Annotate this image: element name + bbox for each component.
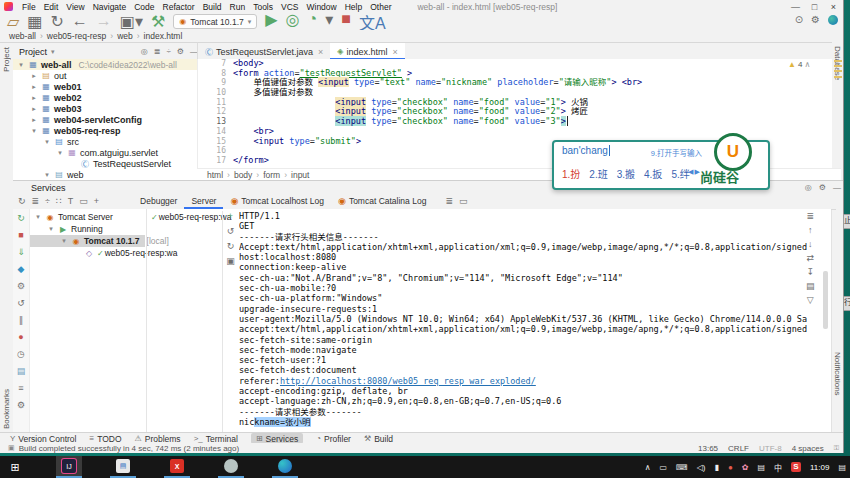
module-dd-icon[interactable]: ▣▾ — [120, 12, 143, 31]
project-tree-item-web05-req-resp[interactable]: ▾▦web05-req-resp — [13, 125, 197, 136]
taskbar-app-intellij-idea[interactable]: IJ — [56, 456, 82, 478]
log-scrollbar[interactable] — [823, 271, 828, 329]
editor-breadcrumb-input[interactable]: input — [291, 170, 309, 180]
services-tree-item-Tomcat 10.1.7[interactable]: ▾◉Tomcat 10.1.7[local] — [30, 235, 145, 247]
taskbar-app-gray[interactable] — [218, 456, 244, 478]
hide-icon[interactable]: — — [833, 183, 841, 192]
file-encoding[interactable]: UTF-8 — [759, 444, 782, 453]
caret-position[interactable]: 13:65 — [698, 444, 718, 453]
avatar[interactable] — [828, 15, 838, 25]
soft-menu-icon[interactable]: ≣ — [806, 211, 814, 221]
services-tree-item-Running[interactable]: ▾▶Running — [30, 223, 145, 235]
ime-candidate-4[interactable]: 4.扳 — [644, 166, 662, 181]
menu-build[interactable]: Build — [203, 2, 222, 12]
server-log-output[interactable]: HTTP/1.1GET-------请求行头相关信息-------Accept:… — [239, 211, 807, 430]
log-link[interactable]: http://localhost:8080/web05_req_resp_war… — [280, 376, 536, 386]
ime-candidate-3[interactable]: 3.搬 — [617, 166, 635, 181]
blue-diamond-icon[interactable]: ◆ — [18, 264, 25, 274]
project-tree-item-web[interactable]: ▾▤web — [13, 169, 197, 180]
services-tab-Tomcat Localhost Log[interactable]: ◉Tomcat Localhost Log — [223, 193, 331, 209]
redo-circ-icon[interactable]: ↻ — [227, 241, 235, 251]
project-header-title[interactable]: Project — [19, 47, 47, 57]
pause-icon[interactable]: ∥ — [19, 315, 24, 325]
project-tree-item-web03[interactable]: ▸▦web03 — [13, 103, 197, 114]
back-icon[interactable]: ← — [72, 12, 88, 31]
breadcrumb-web[interactable]: web — [117, 31, 133, 41]
green-down-icon[interactable]: ⇓ — [17, 247, 25, 257]
close-button[interactable]: × — [824, 2, 843, 12]
tray-keyboard-icon[interactable]: ⌨ — [676, 463, 688, 472]
close-icon[interactable]: × — [393, 47, 398, 57]
tray-status-dot-icon[interactable]: ● — [728, 463, 733, 472]
add-icon[interactable]: + — [94, 196, 99, 206]
search-icon[interactable]: ⊙ — [795, 15, 803, 25]
rerun-green-icon[interactable]: ↻ — [17, 213, 25, 223]
up-icon[interactable]: ↑ — [808, 225, 813, 235]
services-tree-item-Tomcat Server[interactable]: ▾◉Tomcat Server — [30, 211, 145, 223]
close-icon[interactable]: × — [318, 47, 323, 57]
editor-breadcrumb-form[interactable]: form — [263, 170, 280, 180]
menu-refactor[interactable]: Refactor — [163, 2, 195, 12]
deployment-web05-req-resp:wa[interactable]: ✓web05-req-resp:wa — [147, 211, 222, 223]
preview-icon[interactable]: ▭ — [459, 196, 468, 206]
breadcrumb-web05-req-resp[interactable]: web05-req-resp — [47, 31, 107, 41]
sync-icon[interactable]: ↻ — [18, 196, 26, 206]
wrap-icon[interactable]: ⇄ — [806, 253, 814, 263]
line-ending[interactable]: CRLF — [728, 444, 749, 453]
tab-TestReqeustServlet.java[interactable]: ⒸTestReqeustServlet.java× — [198, 43, 330, 60]
project-tree-item-web02[interactable]: ▸▦web02 — [13, 92, 197, 103]
collapse-all-icon[interactable]: ÷ — [45, 196, 50, 206]
clock[interactable]: 11:09 — [810, 463, 829, 472]
ime-page-arrows[interactable]: ◀▶ — [688, 168, 701, 176]
sync-icon[interactable]: ↻ — [50, 12, 63, 31]
menu-file[interactable]: File — [22, 2, 36, 12]
stop-red-icon[interactable]: ■ — [18, 230, 23, 240]
services-tree-item-web05-req-resp:wa[interactable]: ◇✓web05-req-resp:wa — [30, 247, 145, 259]
breadcrumb-index.html[interactable]: index.html — [144, 31, 183, 41]
maximize-button[interactable]: □ — [805, 2, 824, 12]
menu-view[interactable]: View — [66, 2, 84, 12]
taskbar-app-edge[interactable] — [272, 456, 298, 478]
editor-breadcrumb-html[interactable]: html — [207, 170, 223, 180]
project-tree-item-com.atguigu.servlet[interactable]: ▾▦com.atguigu.servlet — [13, 147, 197, 158]
tray-sogou-icon[interactable]: S — [791, 462, 801, 472]
save-icon[interactable]: ▦ — [27, 12, 42, 31]
ime-pinyin-input[interactable]: ban'chang — [562, 145, 610, 156]
ime-candidate-2[interactable]: 2.班 — [589, 166, 607, 181]
exit-red-icon[interactable]: ● — [18, 332, 23, 342]
ime-handwriting-hint[interactable]: 9.打开手写输入 — [651, 147, 702, 158]
tool-stripe-bookmarks[interactable]: Bookmarks — [2, 389, 11, 429]
trash-icon[interactable]: ▽ — [807, 295, 814, 305]
project-tree-item-out[interactable]: ▸▤out — [13, 70, 197, 81]
preview-icon[interactable]: ▭ — [79, 196, 88, 206]
notification-center-icon[interactable]: ▤ — [838, 463, 846, 472]
project-tree-item-src[interactable]: ▾▤src — [13, 136, 197, 147]
deploy-plus-icon[interactable]: + — [228, 211, 233, 221]
down-icon[interactable]: ↓ — [808, 239, 813, 249]
tray-volume-icon[interactable]: ◁) — [697, 463, 706, 472]
start-button[interactable]: ⊞ — [0, 461, 30, 474]
services-tab-Server[interactable]: Server — [184, 193, 223, 209]
project-tree-item-TestReqeustServlet[interactable]: ⒸTestReqeustServlet — [13, 158, 197, 169]
expand-all-icon[interactable]: ≣ — [154, 47, 161, 56]
tray-display-icon[interactable]: ▭ — [660, 463, 668, 472]
menu-code[interactable]: Code — [134, 2, 154, 12]
tab-index.html[interactable]: ◈index.html× — [330, 43, 404, 60]
status-message[interactable]: Build completed successfully in 4 sec, 7… — [19, 444, 240, 453]
settings-icon[interactable]: ⚙ — [819, 183, 826, 192]
open-folder-icon[interactable]: ▱ — [7, 12, 19, 31]
services-tab-Debugger[interactable]: Debugger — [133, 193, 184, 209]
expand-all-icon[interactable]: ≣ — [32, 196, 40, 206]
tray-flower-icon[interactable]: ✿ — [742, 463, 749, 472]
print-icon[interactable]: ▤ — [806, 281, 815, 291]
locate-icon[interactable]: ◎ — [805, 183, 812, 192]
menu-navigate[interactable]: Navigate — [93, 2, 127, 12]
undo-circ-icon[interactable]: ↺ — [227, 226, 235, 236]
undo-circ-icon[interactable]: ↺ — [17, 298, 25, 308]
services-tab-Tomcat Catalina Log[interactable]: ◉Tomcat Catalina Log — [331, 193, 433, 209]
project-tree-item-web04-servletConfig[interactable]: ▸▦web04-servletConfig — [13, 114, 197, 125]
tray-chevron-icon[interactable]: ∧ — [645, 463, 651, 472]
project-tree-item-web-all[interactable]: ▾▦web-allC:\code4idea2022\web-all — [13, 59, 197, 70]
filter-t-icon[interactable]: T — [68, 196, 74, 206]
editor-breadcrumb-body[interactable]: body — [234, 170, 252, 180]
